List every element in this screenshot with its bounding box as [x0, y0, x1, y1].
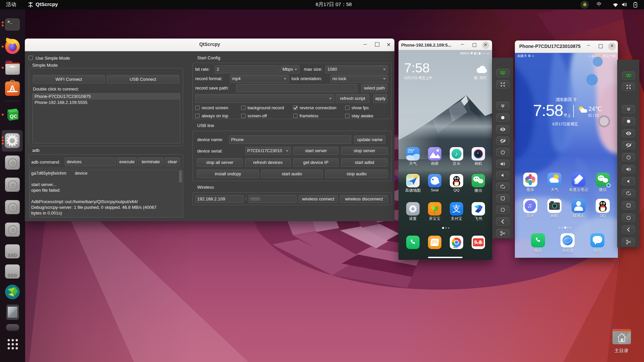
svg-text:QC: QC [10, 113, 17, 119]
